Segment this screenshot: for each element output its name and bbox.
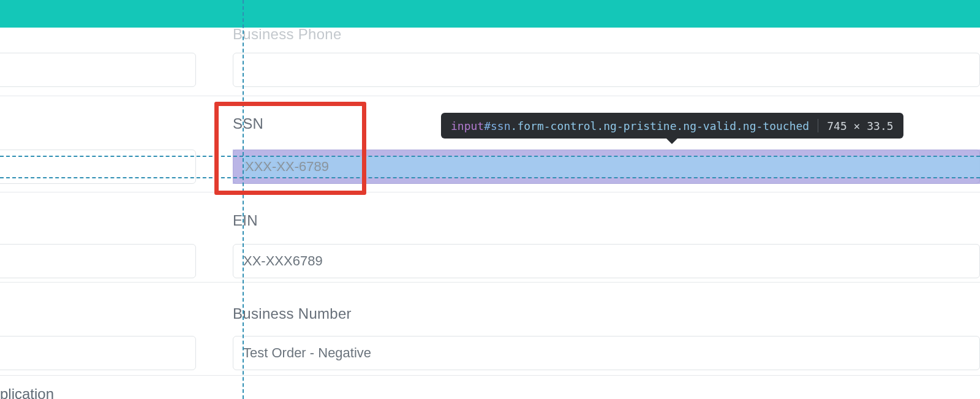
row-separator: [0, 375, 980, 376]
devtools-id: #ssn: [484, 120, 510, 132]
top-app-bar: [0, 0, 980, 28]
devtools-classes: .form-control.ng-pristine.ng-valid.ng-to…: [511, 120, 810, 132]
row-separator: [0, 192, 980, 192]
business-number-input[interactable]: [233, 336, 980, 370]
ssn-input[interactable]: [233, 150, 980, 184]
row-separator: [0, 282, 980, 283]
devtools-tooltip: input#ssn.form-control.ng-pristine.ng-va…: [441, 113, 903, 139]
business-phone-input[interactable]: [233, 53, 980, 87]
ssn-label: SSN: [233, 115, 263, 132]
business-number-label: Business Number: [233, 305, 352, 322]
left-column-input-3[interactable]: [0, 244, 196, 278]
ein-input[interactable]: [233, 244, 980, 278]
devtools-dimensions: 745 × 33.5: [827, 120, 893, 132]
left-column-input-1[interactable]: [0, 53, 196, 87]
left-column-input-2[interactable]: [0, 150, 196, 184]
devtools-tag: input: [451, 120, 484, 132]
row-separator: [0, 96, 980, 96]
ein-label: EIN: [233, 212, 258, 229]
cropped-text: plication: [0, 386, 54, 399]
business-phone-label: Business Phone: [233, 26, 342, 43]
left-column-input-4[interactable]: [0, 336, 196, 370]
